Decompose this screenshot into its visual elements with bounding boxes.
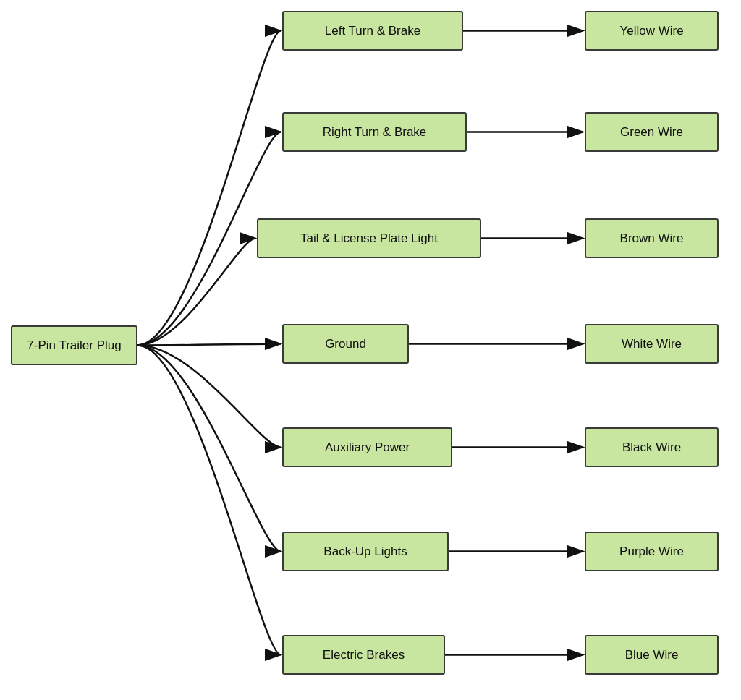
wire-node-brown-wire: Brown Wire (585, 218, 719, 258)
wire-node-black-wire: Black Wire (585, 427, 719, 467)
wire-node-yellow-wire: Yellow Wire (585, 11, 719, 51)
wire-node-blue-wire: Blue Wire (585, 635, 719, 675)
wire-node-white-wire: White Wire (585, 324, 719, 364)
function-node-right-turn-brake: Right Turn & Brake (282, 112, 467, 152)
function-node-backup-lights: Back-Up Lights (282, 532, 449, 571)
function-node-tail-license: Tail & License Plate Light (257, 218, 481, 258)
wire-node-purple-wire: Purple Wire (585, 532, 719, 571)
function-node-left-turn-brake: Left Turn & Brake (282, 11, 463, 51)
function-node-electric-brakes: Electric Brakes (282, 635, 445, 675)
wire-node-green-wire: Green Wire (585, 112, 719, 152)
source-label: 7-Pin Trailer Plug (27, 338, 121, 353)
function-node-ground: Ground (282, 324, 409, 364)
source-node: 7-Pin Trailer Plug (11, 325, 137, 365)
function-node-auxiliary-power: Auxiliary Power (282, 427, 452, 467)
